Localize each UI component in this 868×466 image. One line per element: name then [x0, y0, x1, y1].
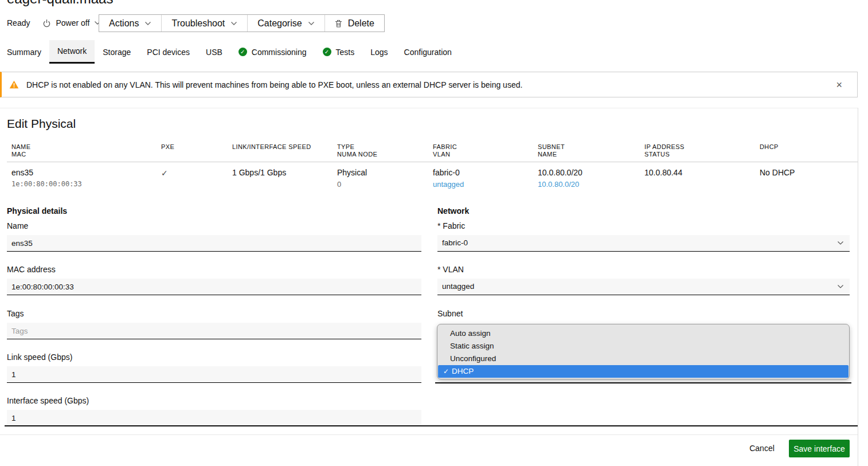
- cell-type-numa: Physical 0: [337, 168, 433, 189]
- cell-speed: 1 Gbps/1 Gbps: [232, 168, 337, 189]
- cell-pxe: ✓: [161, 168, 232, 189]
- option-unconfigured[interactable]: Unconfigured: [437, 353, 849, 365]
- cancel-button[interactable]: Cancel: [739, 440, 785, 457]
- tab-pci-devices[interactable]: PCI devices: [139, 40, 198, 64]
- tab-configuration[interactable]: Configuration: [396, 40, 460, 64]
- interface-speed-field-group: Interface speed (Gbps): [7, 396, 421, 426]
- success-check-icon: ✓: [238, 48, 247, 56]
- tags-field-group: Tags: [7, 309, 421, 339]
- subnet-label: Subnet: [437, 309, 850, 319]
- tab-commissioning[interactable]: ✓ Commissioning: [230, 40, 315, 64]
- name-input[interactable]: [7, 235, 421, 252]
- cell-fabric-vlan: fabric-0 untagged: [433, 168, 538, 189]
- power-off-dropdown-button[interactable]: Power off: [42, 18, 101, 28]
- option-dhcp-selected[interactable]: ✓ DHCP: [438, 365, 849, 378]
- vlan-link[interactable]: untagged: [433, 180, 464, 189]
- dhcp-warning-banner: DHCP is not enabled on any VLAN. This wi…: [0, 72, 858, 97]
- form-bottom-divider: [5, 425, 858, 426]
- warning-icon: [9, 80, 19, 89]
- vlan-label: * VLAN: [437, 265, 850, 275]
- tab-label: Storage: [103, 48, 131, 57]
- tab-summary[interactable]: Summary: [0, 40, 49, 64]
- mac-field-group: MAC address: [7, 265, 421, 295]
- tab-usb[interactable]: USB: [198, 40, 230, 64]
- warning-message: DHCP is not enabled on any VLAN. This wi…: [26, 80, 522, 89]
- interface-speed-input[interactable]: [7, 410, 421, 426]
- network-heading: Network: [437, 206, 469, 216]
- tab-storage[interactable]: Storage: [95, 40, 139, 64]
- troubleshoot-label: Troubleshoot: [171, 18, 225, 29]
- vlan-selected-value: untagged: [442, 282, 474, 291]
- tab-label: Configuration: [404, 48, 452, 57]
- actions-label: Actions: [109, 18, 139, 29]
- header-speed: LINK/INTERFACE SPEED: [232, 143, 337, 162]
- tab-label: PCI devices: [147, 48, 190, 57]
- close-icon[interactable]: ×: [836, 80, 842, 90]
- interface-mac: 1e:00:80:00:00:33: [11, 180, 161, 189]
- action-button-group: Actions Troubleshoot Categorise Delete: [99, 14, 385, 32]
- interface-name: ens35: [11, 168, 161, 178]
- categorise-dropdown-button[interactable]: Categorise: [248, 15, 324, 32]
- option-static-assign[interactable]: Static assign: [437, 340, 849, 353]
- header-subnet-name: SUBNETNAME: [538, 143, 644, 162]
- subnet-select-dropdown: Auto assign Static assign Unconfigured ✓…: [437, 324, 850, 379]
- table-row: ens35 1e:00:80:00:00:33 ✓ 1 Gbps/1 Gbps …: [7, 168, 858, 189]
- subnet-field-group: Subnet Auto assign Static assign Unconfi…: [437, 309, 850, 319]
- footer-divider: [0, 434, 858, 435]
- cell-ip: 10.0.80.44: [644, 168, 760, 189]
- categorise-label: Categorise: [257, 18, 302, 29]
- header-pxe: PXE: [161, 143, 232, 162]
- tab-label: Commissioning: [252, 48, 307, 57]
- tab-logs[interactable]: Logs: [362, 40, 396, 64]
- power-icon: [42, 19, 51, 28]
- link-speed-input[interactable]: [7, 366, 421, 383]
- tab-network[interactable]: Network: [49, 40, 95, 64]
- edit-physical-heading: Edit Physical: [7, 117, 76, 131]
- save-interface-button[interactable]: Save interface: [789, 440, 850, 457]
- name-field-group: Name: [7, 221, 421, 252]
- actions-dropdown-button[interactable]: Actions: [99, 15, 162, 32]
- chevron-down-icon: [144, 21, 151, 26]
- chevron-down-icon: [837, 284, 844, 289]
- trash-icon: [335, 19, 342, 28]
- header-dhcp: DHCP: [760, 143, 858, 162]
- selected-check-icon: ✓: [443, 365, 449, 378]
- machine-tabs: Summary Network Storage PCI devices USB …: [0, 40, 460, 64]
- fabric-field-group: * Fabric fabric-0: [437, 221, 850, 252]
- tab-label: Summary: [7, 48, 41, 57]
- interface-table-header: NAMEMAC PXE LINK/INTERFACE SPEED TYPENUM…: [7, 143, 858, 162]
- mac-address-label: MAC address: [7, 265, 421, 275]
- option-auto-assign[interactable]: Auto assign: [437, 327, 849, 340]
- header-ip-status: IP ADDRESSSTATUS: [644, 143, 760, 162]
- tab-label: Network: [57, 46, 87, 56]
- cell-dhcp: No DHCP: [760, 168, 858, 189]
- delete-button[interactable]: Delete: [325, 15, 384, 32]
- name-label: Name: [7, 221, 421, 231]
- cell-subnet: 10.0.80.0/20 10.0.80.0/20: [538, 168, 644, 189]
- tags-input[interactable]: [7, 323, 421, 339]
- subnet-select-underline: [435, 382, 851, 383]
- cell-name-mac: ens35 1e:00:80:00:00:33: [11, 168, 161, 189]
- troubleshoot-dropdown-button[interactable]: Troubleshoot: [162, 15, 248, 32]
- fabric-select[interactable]: fabric-0: [437, 235, 850, 252]
- subnet-link[interactable]: 10.0.80.0/20: [538, 180, 579, 189]
- vlan-field-group: * VLAN untagged: [437, 265, 850, 295]
- tab-tests[interactable]: ✓ Tests: [315, 40, 363, 64]
- header-name-mac: NAMEMAC: [11, 143, 161, 162]
- mac-address-input[interactable]: [7, 279, 421, 295]
- tags-label: Tags: [7, 309, 421, 319]
- section-divider: [0, 108, 858, 108]
- chevron-down-icon: [230, 21, 237, 26]
- tab-label: Logs: [370, 48, 388, 57]
- tab-label: USB: [206, 48, 222, 57]
- link-speed-field-group: Link speed (Gbps): [7, 353, 421, 383]
- tab-label: Tests: [336, 48, 355, 57]
- vlan-select[interactable]: untagged: [437, 279, 850, 295]
- success-check-icon: ✓: [323, 48, 331, 56]
- header-type-numa: TYPENUMA NODE: [337, 143, 433, 162]
- option-label: DHCP: [452, 365, 474, 378]
- link-speed-label: Link speed (Gbps): [7, 353, 421, 362]
- page-title: eager-quail.maas: [7, 0, 113, 7]
- fabric-selected-value: fabric-0: [442, 238, 468, 247]
- scrollbar-track[interactable]: [858, 108, 858, 466]
